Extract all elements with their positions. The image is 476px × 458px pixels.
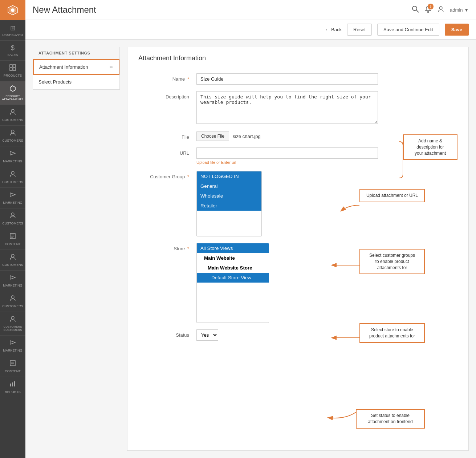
admin-user-icon[interactable] (437, 5, 444, 15)
customer-group-select-wrapper: NOT LOGGED IN General Wholesale Retailer (196, 171, 262, 236)
products-icon (9, 64, 16, 73)
sidebar-item-content1[interactable]: CONTENT (0, 229, 25, 250)
name-input[interactable] (196, 73, 378, 85)
store-label: Store * (138, 243, 196, 251)
status-label: Status (138, 329, 196, 338)
customer-group-select[interactable]: NOT LOGGED IN General Wholesale Retailer (196, 171, 262, 236)
attachment-settings-panel: ATTACHMENT SETTINGS Attachment Informati… (33, 47, 120, 90)
reports-icon (9, 381, 16, 389)
sidebar-item-marketing3[interactable]: MARKETING (0, 270, 25, 291)
svg-point-0 (11, 8, 15, 12)
sidebar-item-dashboard[interactable]: ⊞ DASHBOARD (0, 20, 25, 40)
customer-group-label: Customer Group * (138, 171, 196, 179)
content-icon-1 (9, 233, 16, 241)
svg-rect-2 (13, 65, 16, 67)
sidebar-item-content2[interactable]: CONTENT (0, 356, 25, 377)
svg-marker-20 (10, 341, 15, 344)
sidebar-item-reports[interactable]: REPORTS (0, 377, 25, 397)
svg-rect-3 (10, 68, 12, 70)
sidebar-item-products[interactable]: PRODUCTS (0, 60, 25, 81)
svg-point-9 (11, 171, 14, 174)
save-button[interactable]: Save (445, 24, 469, 36)
name-control (196, 73, 378, 85)
notification-button[interactable]: 5 (424, 5, 432, 15)
reset-button[interactable]: Reset (347, 24, 372, 36)
status-select[interactable]: Yes No (196, 329, 218, 341)
sidebar-item-marketing4[interactable]: MARKETING (0, 335, 25, 356)
customers-icon-4 (9, 212, 16, 220)
content-icon-2 (9, 360, 16, 368)
description-textarea[interactable]: This size guide will help you to find th… (196, 91, 378, 124)
callout-status: Set status to enableattachment on fronte… (356, 409, 425, 429)
top-header: New Attachment 5 admin ▼ (25, 0, 476, 20)
sidebar-item-customers4[interactable]: CUSTOMERS (0, 208, 25, 229)
url-input[interactable] (196, 147, 378, 159)
file-label: File (138, 131, 196, 140)
header-right: 5 admin ▼ (412, 5, 469, 15)
name-label: Name * (138, 73, 196, 82)
marketing-icon-1 (9, 150, 16, 158)
sidebar-item-customers-double[interactable]: CUSTOMERS CUSTOMERS (0, 312, 25, 335)
nav-item-attachment-info[interactable]: Attachment Information ✏ (33, 59, 119, 75)
description-row: Description This size guide will help yo… (138, 91, 457, 125)
customers-icon-2 (9, 129, 16, 138)
sidebar-item-product-attachments[interactable]: PRODUCT ATTACHMENTS (0, 81, 25, 105)
dashboard-icon: ⊞ (10, 24, 16, 32)
customers-icon-5 (9, 254, 16, 262)
url-row: URL Upload file or Enter url (138, 147, 457, 165)
store-select[interactable]: All Store Views Main Website Main Websit… (196, 243, 269, 323)
sidebar-logo[interactable] (0, 0, 25, 20)
name-row: Name * (138, 73, 457, 85)
svg-marker-17 (10, 276, 15, 279)
panel-title: ATTACHMENT SETTINGS (33, 47, 119, 59)
right-panel: Attachment Information Name * Descriptio… (127, 47, 469, 451)
customer-group-required: * (187, 174, 189, 179)
svg-point-30 (439, 7, 442, 9)
nav-item-select-products[interactable]: Select Products (33, 75, 119, 89)
store-row: Store * All Store Views Main Website Mai… (138, 243, 457, 323)
search-icon[interactable] (412, 5, 419, 15)
svg-point-11 (11, 213, 14, 216)
content-area: ATTACHMENT SETTINGS Attachment Informati… (25, 40, 476, 458)
sidebar-item-customers3[interactable]: CUSTOMERS (0, 167, 25, 187)
svg-marker-5 (10, 86, 15, 92)
file-name: size chart.jpg (233, 134, 261, 139)
sidebar-item-customers5[interactable]: CUSTOMERS (0, 250, 25, 270)
svg-point-18 (11, 296, 14, 299)
svg-point-7 (11, 130, 14, 133)
product-attachments-icon (9, 85, 16, 93)
marketing-icon-3 (9, 274, 16, 283)
edit-icon: ✏ (110, 65, 113, 70)
svg-rect-4 (13, 68, 16, 70)
action-bar: ← Back Reset Save and Continue Edit Save (25, 20, 476, 40)
back-button[interactable]: ← Back (325, 27, 342, 32)
sidebar-item-sales[interactable]: $ SALES (0, 40, 25, 60)
description-label: Description (138, 91, 196, 100)
url-hint: Upload file or Enter url (196, 160, 378, 165)
file-row: File Choose File size chart.jpg (138, 131, 457, 141)
admin-label[interactable]: admin ▼ (450, 7, 469, 13)
customers-icon-double (9, 316, 16, 324)
choose-file-button[interactable]: Choose File (196, 131, 229, 141)
svg-point-6 (11, 109, 14, 112)
sidebar-item-marketing2[interactable]: MARKETING (0, 187, 25, 208)
main-wrapper: New Attachment 5 admin ▼ ← Back Reset Sa… (25, 0, 476, 458)
svg-point-16 (11, 254, 14, 257)
section-title: Attachment Information (138, 54, 457, 66)
sidebar-item-marketing1[interactable]: MARKETING (0, 146, 25, 167)
marketing-icon-2 (9, 191, 16, 200)
sidebar-item-customers1[interactable]: CUSTOMERS (0, 105, 25, 125)
store-control: All Store Views Main Website Main Websit… (196, 243, 378, 323)
marketing-icon-4 (9, 339, 16, 348)
save-continue-button[interactable]: Save and Continue Edit (377, 24, 439, 36)
notification-badge: 5 (428, 4, 434, 9)
sidebar-item-customers6[interactable]: CUSTOMERS (0, 291, 25, 312)
sidebar-item-customers2[interactable]: CUSTOMERS (0, 125, 25, 146)
status-control: Yes No (196, 329, 378, 341)
file-input-row: Choose File size chart.jpg (196, 131, 378, 141)
url-control: Upload file or Enter url (196, 147, 378, 165)
svg-point-19 (11, 316, 14, 319)
sidebar: ⊞ DASHBOARD $ SALES PRODUCTS PRODUCT ATT… (0, 0, 25, 458)
svg-rect-26 (14, 381, 15, 386)
customers-icon-1 (9, 109, 16, 117)
